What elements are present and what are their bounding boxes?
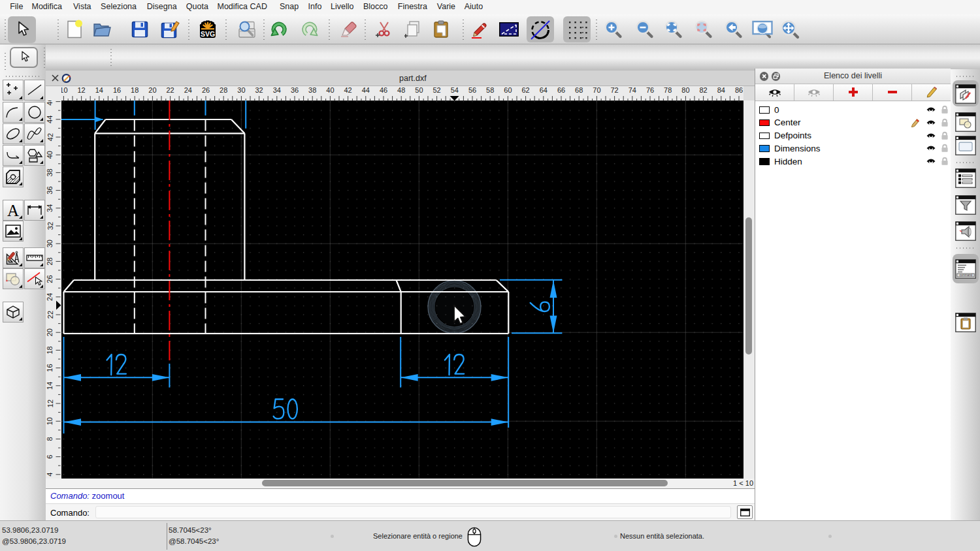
svg-text:28: 28 — [220, 86, 227, 94]
svg-text:A: A — [7, 202, 19, 219]
svg-text:14: 14 — [95, 86, 103, 94]
svg-text:22: 22 — [166, 86, 174, 94]
svg-text:38: 38 — [46, 168, 54, 176]
svg-text:32: 32 — [255, 86, 263, 94]
svg-text:36: 36 — [291, 86, 299, 94]
svg-text:4: 4 — [46, 473, 54, 477]
svg-text:16: 16 — [46, 364, 54, 371]
svg-text:56: 56 — [468, 86, 476, 94]
svg-text:10: 10 — [46, 417, 54, 425]
svg-text:40: 40 — [46, 151, 54, 159]
svg-text:20: 20 — [148, 86, 156, 94]
svg-text:22: 22 — [46, 311, 54, 319]
svg-text:24: 24 — [184, 86, 192, 94]
svg-text:36: 36 — [46, 186, 54, 194]
svg-text:70: 70 — [593, 86, 600, 94]
svg-text:68: 68 — [575, 86, 583, 94]
svg-text:48: 48 — [397, 86, 405, 94]
svg-text:34: 34 — [46, 204, 54, 212]
svg-text:44: 44 — [362, 86, 370, 94]
svg-text:62: 62 — [521, 86, 529, 94]
svg-text:18: 18 — [131, 86, 139, 94]
svg-text:52: 52 — [433, 86, 440, 94]
svg-text:20: 20 — [46, 328, 54, 336]
svg-text:10: 10 — [61, 86, 68, 94]
svg-text:42: 42 — [344, 86, 351, 94]
svg-text:78: 78 — [664, 86, 672, 94]
svg-text:76: 76 — [646, 86, 654, 94]
svg-text:86: 86 — [735, 86, 743, 94]
svg-text:30: 30 — [237, 86, 245, 94]
svg-text:16: 16 — [113, 86, 121, 94]
svg-text:42: 42 — [46, 133, 54, 141]
svg-text:54: 54 — [451, 86, 459, 94]
svg-text:26: 26 — [46, 275, 54, 283]
svg-text:82: 82 — [699, 86, 707, 94]
svg-text:58: 58 — [486, 86, 494, 94]
svg-text:64: 64 — [540, 86, 547, 94]
svg-text:SVG: SVG — [201, 30, 215, 38]
svg-text:32: 32 — [46, 222, 54, 230]
svg-text:60: 60 — [504, 86, 512, 94]
svg-text:50: 50 — [415, 86, 423, 94]
svg-text:14: 14 — [46, 382, 54, 390]
svg-text:46: 46 — [380, 86, 387, 94]
svg-text:74: 74 — [629, 86, 636, 94]
svg-text:46: 46 — [46, 101, 54, 106]
svg-text:38: 38 — [308, 86, 316, 94]
svg-text:84: 84 — [717, 86, 725, 94]
svg-text:80: 80 — [681, 86, 689, 94]
svg-text:8: 8 — [46, 437, 54, 441]
svg-text:18: 18 — [46, 346, 54, 354]
svg-text:66: 66 — [557, 86, 565, 94]
svg-text:30: 30 — [46, 240, 54, 247]
svg-text:34: 34 — [273, 86, 281, 94]
svg-text:72: 72 — [610, 86, 618, 94]
svg-text:command: command — [959, 274, 972, 277]
svg-text:40: 40 — [326, 86, 334, 94]
svg-text:44: 44 — [46, 116, 54, 123]
svg-text:24: 24 — [46, 293, 54, 301]
svg-text:6: 6 — [46, 455, 54, 459]
svg-text:12: 12 — [46, 400, 54, 407]
svg-text:28: 28 — [46, 257, 54, 265]
svg-text:12: 12 — [77, 86, 85, 94]
svg-text:26: 26 — [202, 86, 210, 94]
